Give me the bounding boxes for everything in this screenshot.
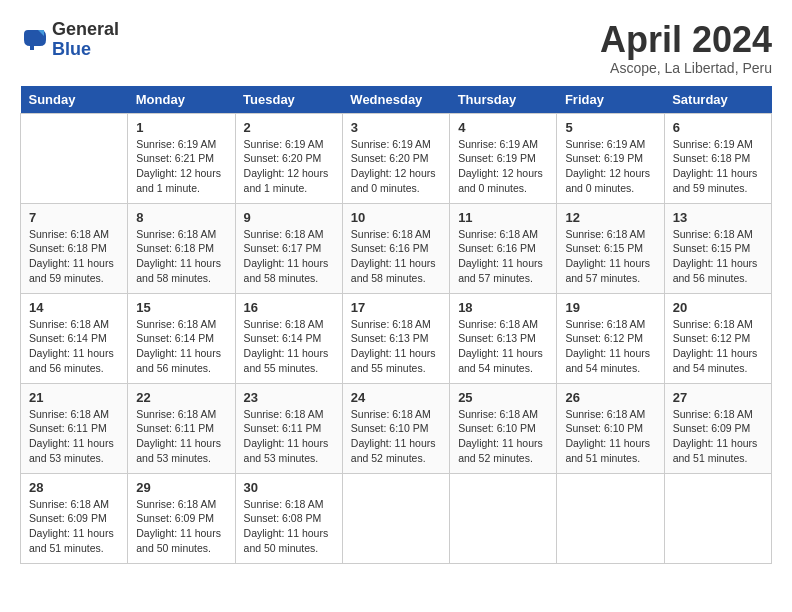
- day-info: Sunrise: 6:18 AM Sunset: 6:14 PM Dayligh…: [136, 317, 226, 376]
- calendar-cell: 26Sunrise: 6:18 AM Sunset: 6:10 PM Dayli…: [557, 383, 664, 473]
- week-row-3: 14Sunrise: 6:18 AM Sunset: 6:14 PM Dayli…: [21, 293, 772, 383]
- day-number: 21: [29, 390, 119, 405]
- day-info: Sunrise: 6:18 AM Sunset: 6:15 PM Dayligh…: [673, 227, 763, 286]
- day-number: 26: [565, 390, 655, 405]
- header-sunday: Sunday: [21, 86, 128, 114]
- header-monday: Monday: [128, 86, 235, 114]
- calendar-cell: 15Sunrise: 6:18 AM Sunset: 6:14 PM Dayli…: [128, 293, 235, 383]
- day-number: 3: [351, 120, 441, 135]
- calendar-cell: 18Sunrise: 6:18 AM Sunset: 6:13 PM Dayli…: [450, 293, 557, 383]
- calendar-cell: 22Sunrise: 6:18 AM Sunset: 6:11 PM Dayli…: [128, 383, 235, 473]
- day-number: 8: [136, 210, 226, 225]
- calendar-cell: 6Sunrise: 6:19 AM Sunset: 6:18 PM Daylig…: [664, 113, 771, 203]
- day-info: Sunrise: 6:18 AM Sunset: 6:15 PM Dayligh…: [565, 227, 655, 286]
- calendar-cell: 9Sunrise: 6:18 AM Sunset: 6:17 PM Daylig…: [235, 203, 342, 293]
- day-info: Sunrise: 6:18 AM Sunset: 6:18 PM Dayligh…: [136, 227, 226, 286]
- day-number: 7: [29, 210, 119, 225]
- calendar-cell: 16Sunrise: 6:18 AM Sunset: 6:14 PM Dayli…: [235, 293, 342, 383]
- day-number: 15: [136, 300, 226, 315]
- calendar-cell: 28Sunrise: 6:18 AM Sunset: 6:09 PM Dayli…: [21, 473, 128, 563]
- day-info: Sunrise: 6:18 AM Sunset: 6:10 PM Dayligh…: [458, 407, 548, 466]
- day-info: Sunrise: 6:18 AM Sunset: 6:14 PM Dayligh…: [29, 317, 119, 376]
- calendar-cell: 2Sunrise: 6:19 AM Sunset: 6:20 PM Daylig…: [235, 113, 342, 203]
- day-number: 30: [244, 480, 334, 495]
- day-number: 10: [351, 210, 441, 225]
- day-number: 5: [565, 120, 655, 135]
- day-number: 28: [29, 480, 119, 495]
- calendar-cell: 20Sunrise: 6:18 AM Sunset: 6:12 PM Dayli…: [664, 293, 771, 383]
- calendar-cell: 8Sunrise: 6:18 AM Sunset: 6:18 PM Daylig…: [128, 203, 235, 293]
- day-number: 17: [351, 300, 441, 315]
- calendar-cell: 25Sunrise: 6:18 AM Sunset: 6:10 PM Dayli…: [450, 383, 557, 473]
- week-row-5: 28Sunrise: 6:18 AM Sunset: 6:09 PM Dayli…: [21, 473, 772, 563]
- header-thursday: Thursday: [450, 86, 557, 114]
- day-info: Sunrise: 6:18 AM Sunset: 6:09 PM Dayligh…: [29, 497, 119, 556]
- day-info: Sunrise: 6:18 AM Sunset: 6:11 PM Dayligh…: [29, 407, 119, 466]
- day-number: 6: [673, 120, 763, 135]
- calendar-cell: 3Sunrise: 6:19 AM Sunset: 6:20 PM Daylig…: [342, 113, 449, 203]
- day-number: 2: [244, 120, 334, 135]
- day-info: Sunrise: 6:18 AM Sunset: 6:16 PM Dayligh…: [458, 227, 548, 286]
- day-number: 4: [458, 120, 548, 135]
- day-info: Sunrise: 6:19 AM Sunset: 6:19 PM Dayligh…: [458, 137, 548, 196]
- calendar-cell: 11Sunrise: 6:18 AM Sunset: 6:16 PM Dayli…: [450, 203, 557, 293]
- day-info: Sunrise: 6:19 AM Sunset: 6:21 PM Dayligh…: [136, 137, 226, 196]
- logo-blue: Blue: [52, 40, 119, 60]
- calendar-cell: 10Sunrise: 6:18 AM Sunset: 6:16 PM Dayli…: [342, 203, 449, 293]
- calendar-cell: 12Sunrise: 6:18 AM Sunset: 6:15 PM Dayli…: [557, 203, 664, 293]
- calendar-cell: 29Sunrise: 6:18 AM Sunset: 6:09 PM Dayli…: [128, 473, 235, 563]
- logo: General Blue: [20, 20, 119, 60]
- logo-icon: [20, 26, 48, 54]
- calendar-table: SundayMondayTuesdayWednesdayThursdayFrid…: [20, 86, 772, 564]
- day-number: 25: [458, 390, 548, 405]
- day-info: Sunrise: 6:18 AM Sunset: 6:12 PM Dayligh…: [565, 317, 655, 376]
- calendar-cell: 21Sunrise: 6:18 AM Sunset: 6:11 PM Dayli…: [21, 383, 128, 473]
- day-number: 22: [136, 390, 226, 405]
- day-info: Sunrise: 6:18 AM Sunset: 6:18 PM Dayligh…: [29, 227, 119, 286]
- header-friday: Friday: [557, 86, 664, 114]
- calendar-cell: [21, 113, 128, 203]
- day-info: Sunrise: 6:19 AM Sunset: 6:20 PM Dayligh…: [351, 137, 441, 196]
- day-number: 9: [244, 210, 334, 225]
- day-number: 13: [673, 210, 763, 225]
- day-info: Sunrise: 6:18 AM Sunset: 6:13 PM Dayligh…: [458, 317, 548, 376]
- header-tuesday: Tuesday: [235, 86, 342, 114]
- day-number: 19: [565, 300, 655, 315]
- day-info: Sunrise: 6:19 AM Sunset: 6:18 PM Dayligh…: [673, 137, 763, 196]
- calendar-cell: [450, 473, 557, 563]
- day-number: 29: [136, 480, 226, 495]
- week-row-4: 21Sunrise: 6:18 AM Sunset: 6:11 PM Dayli…: [21, 383, 772, 473]
- day-number: 23: [244, 390, 334, 405]
- calendar-header-row: SundayMondayTuesdayWednesdayThursdayFrid…: [21, 86, 772, 114]
- month-title: April 2024: [600, 20, 772, 60]
- calendar-cell: 19Sunrise: 6:18 AM Sunset: 6:12 PM Dayli…: [557, 293, 664, 383]
- page-header: General Blue April 2024 Ascope, La Liber…: [20, 20, 772, 76]
- day-info: Sunrise: 6:18 AM Sunset: 6:14 PM Dayligh…: [244, 317, 334, 376]
- calendar-cell: 17Sunrise: 6:18 AM Sunset: 6:13 PM Dayli…: [342, 293, 449, 383]
- day-number: 12: [565, 210, 655, 225]
- logo-general: General: [52, 20, 119, 40]
- calendar-cell: 4Sunrise: 6:19 AM Sunset: 6:19 PM Daylig…: [450, 113, 557, 203]
- day-info: Sunrise: 6:18 AM Sunset: 6:11 PM Dayligh…: [244, 407, 334, 466]
- calendar-cell: 5Sunrise: 6:19 AM Sunset: 6:19 PM Daylig…: [557, 113, 664, 203]
- header-wednesday: Wednesday: [342, 86, 449, 114]
- day-info: Sunrise: 6:18 AM Sunset: 6:17 PM Dayligh…: [244, 227, 334, 286]
- day-info: Sunrise: 6:18 AM Sunset: 6:10 PM Dayligh…: [351, 407, 441, 466]
- day-info: Sunrise: 6:18 AM Sunset: 6:09 PM Dayligh…: [673, 407, 763, 466]
- day-info: Sunrise: 6:19 AM Sunset: 6:19 PM Dayligh…: [565, 137, 655, 196]
- calendar-cell: 1Sunrise: 6:19 AM Sunset: 6:21 PM Daylig…: [128, 113, 235, 203]
- day-number: 1: [136, 120, 226, 135]
- calendar-cell: 23Sunrise: 6:18 AM Sunset: 6:11 PM Dayli…: [235, 383, 342, 473]
- day-number: 14: [29, 300, 119, 315]
- location: Ascope, La Libertad, Peru: [600, 60, 772, 76]
- day-info: Sunrise: 6:18 AM Sunset: 6:11 PM Dayligh…: [136, 407, 226, 466]
- day-info: Sunrise: 6:18 AM Sunset: 6:09 PM Dayligh…: [136, 497, 226, 556]
- day-info: Sunrise: 6:18 AM Sunset: 6:10 PM Dayligh…: [565, 407, 655, 466]
- day-info: Sunrise: 6:19 AM Sunset: 6:20 PM Dayligh…: [244, 137, 334, 196]
- day-number: 24: [351, 390, 441, 405]
- calendar-cell: [557, 473, 664, 563]
- title-area: April 2024 Ascope, La Libertad, Peru: [600, 20, 772, 76]
- calendar-cell: 13Sunrise: 6:18 AM Sunset: 6:15 PM Dayli…: [664, 203, 771, 293]
- day-number: 18: [458, 300, 548, 315]
- calendar-cell: [342, 473, 449, 563]
